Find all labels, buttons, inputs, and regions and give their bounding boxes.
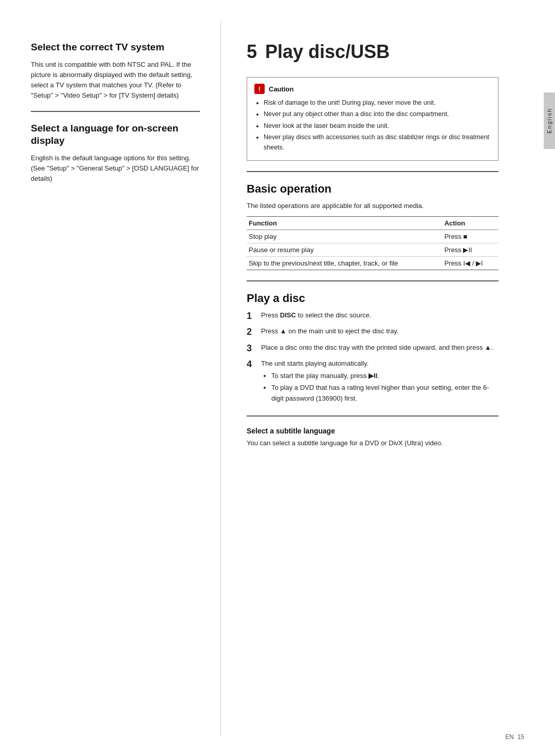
step-4-text: The unit starts playing automatically. — [261, 360, 368, 367]
operation-table: Function Action Stop play Press ■ Pause … — [247, 216, 498, 270]
row1-action: Press ■ — [442, 230, 498, 243]
caution-header: ! Caution — [254, 84, 491, 94]
chapter-title: Play disc/USB — [265, 41, 390, 63]
play-disc-title: Play a disc — [247, 292, 498, 305]
footer-lang: EN — [505, 733, 514, 741]
step-4-content: The unit starts playing automatically. T… — [261, 358, 498, 405]
caution-item-2: Never put any object other than a disc i… — [264, 109, 491, 119]
basic-operation-section: Basic operation The listed operations ar… — [247, 182, 498, 270]
table-row: Pause or resume play Press ▶II — [247, 243, 498, 257]
play-disc-steps: 1 Press DISC to select the disc source. … — [247, 310, 498, 405]
section-tv-system: Select the correct TV system This unit i… — [31, 41, 200, 101]
subtitle-title: Select a subtitle language — [247, 427, 498, 435]
sidebar-tab: English — [544, 92, 555, 149]
step-3: 3 Place a disc onto the disc tray with t… — [247, 343, 498, 354]
row2-action: Press ▶II — [442, 243, 498, 257]
table-row: Stop play Press ■ — [247, 230, 498, 243]
language-title: Select a language for on-screen display — [31, 122, 200, 147]
caution-list: Risk of damage to the unit! During play,… — [264, 98, 491, 153]
basic-operation-intro: The listed operations are applicable for… — [247, 201, 498, 211]
row2-function: Pause or resume play — [247, 243, 442, 257]
table-col1-header: Function — [247, 217, 442, 230]
subtitle-body: You can select a subtitle language for a… — [247, 438, 498, 448]
step-4-sub-2: To play a DVD that has a rating level hi… — [271, 383, 498, 403]
step-3-text: Place a disc onto the disc tray with the… — [261, 343, 498, 353]
right-divider-1 — [247, 171, 498, 172]
step-1-text: Press DISC to select the disc source. — [261, 310, 498, 320]
language-body: English is the default language options … — [31, 153, 200, 184]
page-footer: EN 15 — [505, 733, 524, 741]
row1-function: Stop play — [247, 230, 442, 243]
chapter-number: 5 — [247, 41, 257, 63]
step-1-number: 1 — [247, 310, 256, 322]
step-2-number: 2 — [247, 326, 256, 338]
caution-box: ! Caution Risk of damage to the unit! Du… — [247, 77, 498, 161]
caution-icon: ! — [254, 84, 265, 94]
basic-operation-title: Basic operation — [247, 182, 498, 196]
step-3-number: 3 — [247, 343, 256, 354]
tv-system-body: This unit is compatible with both NTSC a… — [31, 60, 200, 101]
table-row: Skip to the previous/next title, chapter… — [247, 257, 498, 270]
caution-item-3: Never look at the laser beam inside the … — [264, 121, 491, 131]
step-4: 4 The unit starts playing automatically.… — [247, 358, 498, 405]
section-language: Select a language for on-screen display … — [31, 122, 200, 184]
right-column: 5 Play disc/USB ! Caution Risk of damage… — [221, 21, 529, 735]
step-4-sub-1: To start the play manually, press ▶II. — [271, 371, 498, 381]
play-disc-section: Play a disc 1 Press DISC to select the d… — [247, 292, 498, 405]
step-4-number: 4 — [247, 358, 256, 370]
left-column: Select the correct TV system This unit i… — [0, 21, 221, 735]
sidebar-label: English — [546, 108, 552, 134]
right-divider-3 — [247, 415, 498, 417]
step-2-text: Press ▲ on the main unit to eject the di… — [261, 326, 498, 336]
step-1: 1 Press DISC to select the disc source. — [247, 310, 498, 322]
caution-item-1: Risk of damage to the unit! During play,… — [264, 98, 491, 108]
row3-function: Skip to the previous/next title, chapter… — [247, 257, 442, 270]
step-2: 2 Press ▲ on the main unit to eject the … — [247, 326, 498, 338]
tv-system-title: Select the correct TV system — [31, 41, 200, 53]
left-divider-1 — [31, 111, 200, 112]
footer-page: 15 — [517, 733, 524, 741]
caution-item-4: Never play discs with accessories such a… — [264, 133, 491, 153]
subtitle-section: Select a subtitle language You can selec… — [247, 427, 498, 448]
row3-action: Press I◀ / ▶I — [442, 257, 498, 270]
chapter-heading: 5 Play disc/USB — [247, 41, 498, 63]
step-4-sub-list: To start the play manually, press ▶II. T… — [271, 371, 498, 403]
table-col2-header: Action — [442, 217, 498, 230]
caution-title: Caution — [269, 85, 293, 93]
right-divider-2 — [247, 280, 498, 281]
